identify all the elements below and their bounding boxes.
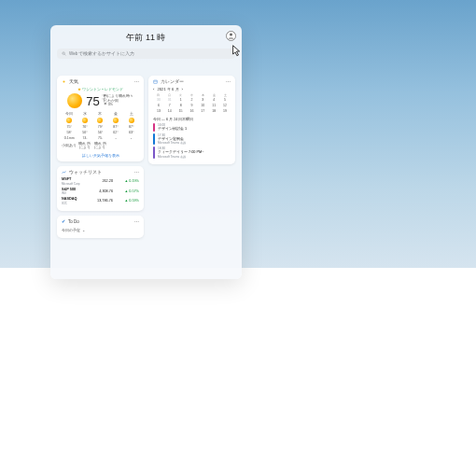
- chart-icon: [62, 170, 66, 175]
- weather-summary: 所により晴れ時々 にわか雨 ☂ 3%: [104, 94, 133, 107]
- weather-title: 天気: [69, 79, 78, 84]
- search-icon: [62, 51, 66, 56]
- svg-point-1: [63, 52, 65, 55]
- calendar-title: カレンダー: [161, 79, 184, 84]
- event-color: [153, 133, 155, 146]
- calendar-month: 2021 年 6 月: [157, 87, 178, 91]
- svg-point-0: [230, 34, 232, 36]
- weather-icon: [62, 79, 66, 84]
- search-placeholder: Web で検索するかサイトに入力: [69, 51, 134, 56]
- mouse-cursor-icon: [231, 45, 242, 58]
- todo-body: 今日の予定: [62, 229, 80, 232]
- profile-avatar[interactable]: [226, 31, 236, 41]
- finance-title: ウォッチリスト: [69, 170, 102, 175]
- weather-location: ワシントン • レドモンド: [82, 87, 123, 91]
- weather-card[interactable]: 天気 ⋯ ★ ワシントン • レドモンド 75°F°C 所により晴れ時々 にわか…: [57, 76, 144, 161]
- weather-more-link[interactable]: 詳しい天気予報を表示: [62, 153, 139, 158]
- event-color: [153, 147, 155, 159]
- search-input[interactable]: Web で検索するかサイトに入力: [57, 49, 235, 59]
- finance-card[interactable]: ウォッチリスト ⋯ MSFTMicrosoft Corp 262.20 ▲ 0.…: [57, 166, 144, 211]
- svg-point-3: [63, 80, 64, 82]
- todo-more-icon[interactable]: ⋯: [134, 219, 140, 224]
- agenda-header: 今日 — 6 月 24 日木曜日: [153, 117, 231, 121]
- star-icon: ★: [77, 87, 81, 91]
- prev-month[interactable]: ‹: [153, 87, 154, 91]
- agenda-event[interactable]: 18:30 クィークデイリー 7:00 PM~ Microsoft Teams …: [153, 147, 231, 159]
- finance-more-icon[interactable]: ⋯: [134, 170, 140, 175]
- chevron-down-icon[interactable]: ⌄: [82, 229, 85, 232]
- event-color: [153, 123, 155, 132]
- weather-temp: 75°F°C: [86, 94, 99, 108]
- check-icon: ✔: [62, 219, 65, 224]
- next-month[interactable]: ›: [182, 87, 183, 91]
- todo-card[interactable]: ✔ To Do ⋯ 今日の予定 ⌄: [57, 216, 144, 238]
- calendar-icon: [153, 79, 158, 84]
- ticker-row: MSFTMicrosoft Corp 262.20 ▲ 0.19%: [62, 177, 139, 186]
- person-icon: [227, 32, 235, 40]
- svg-line-2: [64, 54, 65, 55]
- ticker-row: NASDAQIXIC 13,786.76 ▲ 0.59%: [62, 197, 139, 205]
- svg-rect-4: [154, 80, 158, 83]
- calendar-more-icon[interactable]: ⋯: [226, 79, 231, 84]
- forecast-table: 今日水木金土 75°76°79°87°87° 58°56°56°62°63° 0…: [62, 111, 139, 150]
- sun-icon: [67, 93, 82, 108]
- widgets-panel: 午前 11 時 Web で検索するかサイトに入力 天気 ⋯ ★ ワシントン • …: [50, 25, 242, 279]
- agenda-event[interactable]: 17:30 デザイン定例会 Microsoft Teams 会議: [153, 133, 231, 146]
- weather-more-icon[interactable]: ⋯: [134, 79, 140, 84]
- ticker-row: S&P 500INX 4,308.76 ▲ 0.57%: [62, 188, 139, 196]
- todo-title: To Do: [68, 219, 79, 224]
- panel-time: 午前 11 時: [50, 32, 242, 44]
- month-grid[interactable]: 日月火水木金土 303112345 6789101112 13141516171…: [153, 93, 231, 114]
- agenda-event[interactable]: 16:00 デザイン検討会 1: [153, 123, 231, 132]
- calendar-card[interactable]: カレンダー ⋯ ‹ 2021 年 6 月 › 日月火水木金土 303112345: [148, 76, 235, 164]
